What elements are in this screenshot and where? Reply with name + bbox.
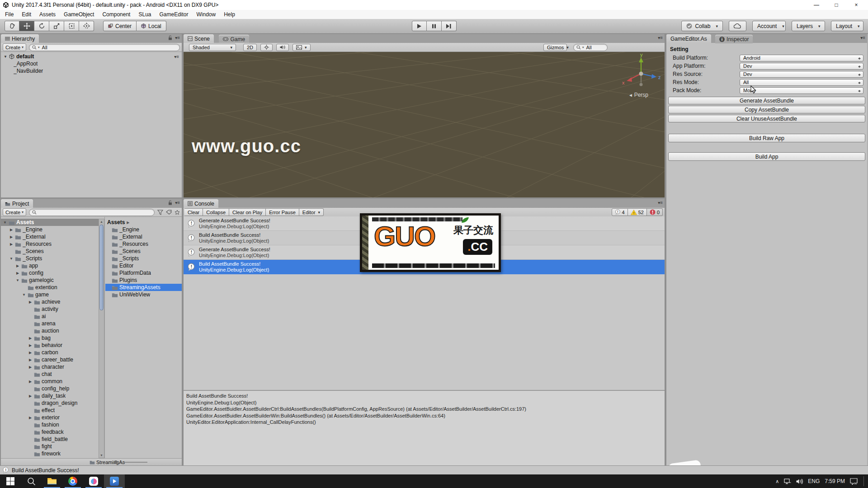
- scene-search-input[interactable]: ▾ All: [573, 44, 608, 51]
- field-dropdown[interactable]: Mono: [740, 87, 863, 94]
- project-create-button[interactable]: Create: [3, 208, 26, 216]
- project-tree-item[interactable]: ai: [1, 313, 99, 320]
- shading-mode-dropdown[interactable]: Shaded: [189, 44, 236, 51]
- project-tree-item[interactable]: ▶ behavior: [1, 342, 99, 349]
- panel-menu-icon[interactable]: ▾≡: [658, 35, 663, 40]
- chrome-button[interactable]: [62, 474, 83, 488]
- expand-arrow-icon[interactable]: ▶: [28, 351, 33, 355]
- hierarchy-item[interactable]: _NavBuilder: [1, 67, 182, 75]
- expand-arrow-icon[interactable]: ▶: [15, 264, 20, 268]
- project-tree-item[interactable]: ▶ carbon: [1, 349, 99, 356]
- hierarchy-create-button[interactable]: Create: [3, 43, 26, 51]
- tab-gameeditor[interactable]: GameEditor.As: [666, 34, 711, 43]
- pause-button[interactable]: [427, 21, 442, 31]
- hierarchy-search-input[interactable]: ▾ All: [29, 44, 180, 51]
- expand-arrow-icon[interactable]: ▶: [28, 343, 33, 347]
- field-dropdown[interactable]: Android: [740, 55, 863, 61]
- tab-console[interactable]: Console: [184, 199, 218, 208]
- menu-item[interactable]: Component: [98, 10, 134, 19]
- expand-arrow-icon[interactable]: ▼: [15, 278, 20, 282]
- menu-item[interactable]: SLua: [134, 10, 155, 19]
- project-list-item[interactable]: UniWebView: [105, 291, 182, 298]
- menu-item[interactable]: Assets: [35, 10, 60, 19]
- project-tree-item[interactable]: ▼ gamelogic: [1, 277, 99, 284]
- assetbundle-action-button[interactable]: Clear UnuseAssetBundle: [668, 115, 865, 122]
- close-button[interactable]: ×: [846, 0, 866, 10]
- project-tree-item[interactable]: dragon_design: [1, 399, 99, 407]
- maximize-button[interactable]: □: [826, 0, 846, 10]
- field-dropdown[interactable]: All: [740, 79, 863, 86]
- layers-button[interactable]: Layers: [792, 21, 825, 31]
- menu-item[interactable]: File: [1, 10, 18, 19]
- info-count-toggle[interactable]: ! 4: [612, 208, 628, 216]
- collab-button[interactable]: Collab: [681, 21, 723, 31]
- expand-arrow-icon[interactable]: ▼: [9, 257, 14, 261]
- lock-icon[interactable]: [168, 200, 172, 205]
- status-bar[interactable]: ! Build AssetBundle Success!: [0, 465, 868, 474]
- expand-arrow-icon[interactable]: ▶: [28, 380, 33, 384]
- project-tree-item[interactable]: ▶ exterior: [1, 414, 99, 421]
- scene-audio-button[interactable]: [276, 44, 289, 51]
- project-tree-item[interactable]: ▶ daily_task: [1, 392, 99, 399]
- expand-arrow-icon[interactable]: ▶: [9, 242, 14, 246]
- language-indicator[interactable]: ENG: [808, 478, 820, 484]
- search-by-type-icon[interactable]: [157, 210, 163, 215]
- expand-arrow-icon[interactable]: ▶: [28, 416, 33, 420]
- lock-icon[interactable]: [168, 35, 172, 40]
- scroll-up-icon[interactable]: ▲: [99, 220, 104, 223]
- tab-game[interactable]: Game: [219, 35, 249, 43]
- play-button[interactable]: [412, 21, 427, 31]
- build-app-button[interactable]: Build App: [668, 152, 865, 161]
- project-tree-item[interactable]: feedback: [1, 428, 99, 436]
- hierarchy-scene-row[interactable]: ▼ default ▾≡: [1, 53, 182, 60]
- project-list-item[interactable]: _Resources: [105, 240, 182, 248]
- project-list-item[interactable]: _Scenes: [105, 248, 182, 255]
- expand-arrow-icon[interactable]: ▼: [3, 221, 7, 225]
- assetbundle-action-button[interactable]: Copy AssetBundle: [668, 106, 865, 113]
- expand-arrow-icon[interactable]: ▶: [9, 228, 14, 232]
- scrollbar-thumb[interactable]: [99, 225, 104, 310]
- project-tree-item[interactable]: firework: [1, 450, 99, 457]
- project-tree-item[interactable]: fashion: [1, 421, 99, 428]
- project-tree-item[interactable]: ▶ achieve: [1, 298, 99, 305]
- project-search-input[interactable]: [29, 209, 155, 216]
- project-tree-item[interactable]: ▼ Assets: [1, 219, 99, 226]
- tab-inspector[interactable]: i Inspector: [715, 35, 753, 43]
- step-button[interactable]: [442, 21, 457, 31]
- console-editor-dropdown[interactable]: Editor: [299, 208, 324, 216]
- field-dropdown[interactable]: Dev: [740, 71, 863, 78]
- 2d-toggle-button[interactable]: 2D: [243, 44, 257, 51]
- search-filter-dropdown-icon[interactable]: ▾: [38, 46, 40, 49]
- scene-lighting-button[interactable]: [260, 44, 273, 51]
- project-tree-item[interactable]: ▶ app: [1, 262, 99, 269]
- project-list-item[interactable]: Editor: [105, 262, 182, 269]
- project-list-item[interactable]: _Scripts: [105, 255, 182, 262]
- project-tree-item[interactable]: ▶ bag: [1, 334, 99, 342]
- scene-menu-icon[interactable]: ▾≡: [174, 54, 179, 59]
- panel-menu-icon[interactable]: ▾≡: [175, 35, 180, 40]
- expand-arrow-icon[interactable]: ▼: [4, 55, 7, 59]
- project-list-item[interactable]: StreamingAssets: [105, 284, 182, 291]
- gizmos-dropdown[interactable]: Gizmos: [543, 44, 567, 51]
- expand-arrow-icon[interactable]: ▶: [28, 300, 33, 304]
- expand-arrow-icon[interactable]: ▶: [28, 394, 33, 398]
- expand-arrow-icon[interactable]: ▶: [28, 358, 33, 362]
- tab-project[interactable]: Project: [1, 199, 33, 208]
- console-detail-pane[interactable]: Build AssetBundle Success!UnityEngine.De…: [184, 390, 665, 465]
- hierarchy-item[interactable]: _AppRoot: [1, 60, 182, 67]
- build-raw-app-button[interactable]: Build Raw App: [668, 134, 865, 142]
- slider-thumb[interactable]: [114, 460, 118, 464]
- menu-item[interactable]: Edit: [18, 10, 35, 19]
- project-tree-item[interactable]: fight: [1, 443, 99, 450]
- layout-button[interactable]: Layout: [831, 21, 863, 31]
- project-list-item[interactable]: _External: [105, 233, 182, 240]
- cloud-button[interactable]: [729, 21, 746, 31]
- thumbnail-zoom-slider[interactable]: [115, 462, 147, 463]
- breadcrumb[interactable]: Assets: [107, 219, 125, 225]
- warning-count-toggle[interactable]: ! 52: [628, 208, 647, 216]
- project-tree-item[interactable]: chat: [1, 371, 99, 378]
- expand-arrow-icon[interactable]: ▶: [9, 235, 14, 239]
- expand-arrow-icon[interactable]: ▶: [28, 336, 33, 340]
- tab-scene[interactable]: Scene: [184, 34, 214, 43]
- orientation-gizmo[interactable]: y x z: [620, 53, 662, 93]
